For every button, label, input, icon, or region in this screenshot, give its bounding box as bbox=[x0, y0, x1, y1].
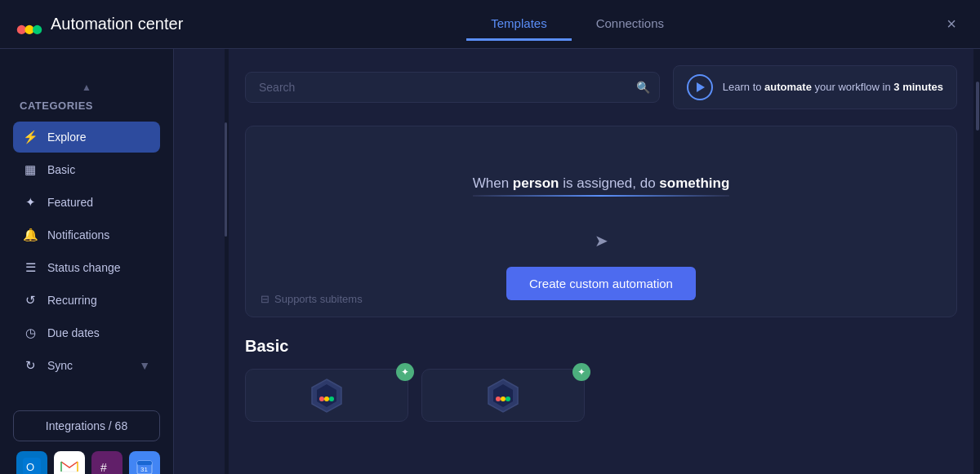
video-text-bold2: 3 minutes bbox=[893, 81, 943, 93]
subitems-label: Supports subitems bbox=[274, 293, 363, 305]
sidebar-item-status-change[interactable]: ☰ Status change bbox=[13, 252, 160, 283]
header: Automation center Templates Connections … bbox=[0, 0, 980, 49]
status-change-icon: ☰ bbox=[23, 260, 38, 275]
card2-badge: ✦ bbox=[572, 363, 590, 381]
recurring-icon: ↺ bbox=[23, 293, 38, 308]
basic-icon: ▦ bbox=[23, 162, 38, 177]
desc-bold2: something bbox=[659, 175, 729, 191]
supports-subitems: ⊟ Supports subitems bbox=[261, 293, 363, 305]
sidebar-item-basic[interactable]: ▦ Basic bbox=[13, 154, 160, 185]
content-top-bar: 🔍 Learn to automate your workflow in 3 m… bbox=[245, 65, 957, 109]
close-button[interactable]: × bbox=[939, 12, 964, 37]
card1-hex-icon bbox=[310, 378, 343, 414]
sidebar-outer: ▲ Categories ⚡ Explore ▦ Basic ✦ Feature… bbox=[0, 49, 229, 474]
svg-point-18 bbox=[506, 396, 510, 401]
sidebar-item-label-sync: Sync bbox=[47, 359, 73, 372]
gmail-integration-icon[interactable] bbox=[54, 451, 85, 474]
main-content: ▲ Categories ⚡ Explore ▦ Basic ✦ Feature… bbox=[0, 49, 980, 474]
sidebar-item-notifications[interactable]: 🔔 Notifications bbox=[13, 219, 160, 250]
sidebar-item-label-status-change: Status change bbox=[47, 261, 121, 274]
tab-templates[interactable]: Templates bbox=[466, 8, 571, 41]
app-container: Automation center Templates Connections … bbox=[0, 0, 980, 474]
logo-area: Automation center bbox=[16, 11, 183, 38]
sidebar-item-due-dates[interactable]: ◷ Due dates bbox=[13, 317, 160, 348]
sidebar-item-label-due-dates: Due dates bbox=[47, 326, 100, 339]
content-area: 🔍 Learn to automate your workflow in 3 m… bbox=[229, 49, 973, 474]
underline-decoration bbox=[473, 195, 730, 197]
svg-rect-7 bbox=[137, 461, 152, 465]
automation-description: When person is assigned, do something bbox=[473, 175, 730, 206]
sidebar-bottom: Integrations / 68 O bbox=[13, 410, 160, 474]
play-triangle-icon bbox=[697, 82, 705, 92]
right-scrollbar-thumb bbox=[976, 82, 979, 131]
sidebar-item-recurring[interactable]: ↺ Recurring bbox=[13, 285, 160, 316]
sidebar-item-label-featured: Featured bbox=[47, 196, 93, 209]
video-text-prefix: Learn to bbox=[723, 81, 764, 93]
tab-connections[interactable]: Connections bbox=[572, 8, 688, 41]
svg-point-16 bbox=[496, 396, 501, 401]
template-card-2[interactable]: ✦ bbox=[421, 369, 585, 422]
custom-automation-card: When person is assigned, do something ➤ … bbox=[245, 126, 957, 317]
basic-section-header: Basic bbox=[245, 337, 957, 356]
integration-icons: O bbox=[13, 451, 160, 474]
sidebar-title: Categories bbox=[13, 100, 160, 112]
arrow-indicator-icon: ➤ bbox=[595, 231, 608, 250]
notifications-icon: 🔔 bbox=[23, 228, 38, 242]
svg-point-12 bbox=[324, 396, 329, 401]
create-automation-button[interactable]: Create custom automation bbox=[506, 267, 696, 300]
sidebar-item-featured[interactable]: ✦ Featured bbox=[13, 187, 160, 218]
header-title-regular: center bbox=[133, 15, 183, 33]
sidebar: ▲ Categories ⚡ Explore ▦ Basic ✦ Feature… bbox=[0, 49, 174, 474]
sidebar-item-label-basic: Basic bbox=[47, 163, 75, 176]
due-dates-icon: ◷ bbox=[23, 326, 38, 340]
right-scrollbar-track bbox=[973, 49, 980, 474]
desc-prefix: When bbox=[473, 175, 513, 191]
search-box: 🔍 bbox=[245, 72, 660, 103]
sidebar-item-label-notifications: Notifications bbox=[47, 228, 109, 241]
header-title: Automation center bbox=[51, 15, 183, 33]
search-icon: 🔍 bbox=[636, 81, 650, 94]
sidebar-item-sync[interactable]: ↻ Sync ▼ bbox=[13, 350, 160, 381]
sidebar-items: ⚡ Explore ▦ Basic ✦ Featured 🔔 Notificat… bbox=[13, 122, 160, 381]
sync-icon: ↻ bbox=[23, 358, 38, 373]
card1-badge: ✦ bbox=[396, 363, 414, 381]
header-nav: Templates Connections bbox=[216, 8, 939, 41]
integrations-button[interactable]: Integrations / 68 bbox=[13, 410, 160, 441]
search-input[interactable] bbox=[245, 72, 660, 103]
svg-point-17 bbox=[501, 396, 506, 401]
video-text: Learn to automate your workflow in 3 min… bbox=[723, 80, 943, 95]
calendar-integration-icon[interactable]: 31 bbox=[129, 451, 160, 474]
subitems-icon: ⊟ bbox=[261, 293, 270, 305]
video-banner[interactable]: Learn to automate your workflow in 3 min… bbox=[673, 65, 957, 109]
sidebar-scrollbar-thumb bbox=[225, 122, 227, 237]
outlook-integration-icon[interactable]: O bbox=[16, 451, 47, 474]
video-text-bold1: automate bbox=[764, 81, 812, 93]
sidebar-item-label-recurring: Recurring bbox=[47, 294, 97, 307]
template-card-1[interactable]: ✦ bbox=[245, 369, 408, 422]
svg-point-11 bbox=[319, 396, 324, 401]
explore-icon: ⚡ bbox=[23, 130, 38, 144]
scroll-up-arrow: ▲ bbox=[82, 82, 91, 93]
logo-icon bbox=[16, 11, 42, 38]
play-button-circle bbox=[687, 74, 713, 100]
sidebar-item-label-explore: Explore bbox=[47, 131, 86, 144]
featured-icon: ✦ bbox=[23, 195, 38, 210]
template-cards: ✦ ✦ bbox=[245, 369, 957, 422]
svg-point-2 bbox=[33, 24, 42, 33]
slack-integration-icon[interactable]: # bbox=[91, 451, 122, 474]
sidebar-item-explore[interactable]: ⚡ Explore bbox=[13, 122, 160, 153]
desc-bold1: person bbox=[513, 175, 559, 191]
header-title-bold: Automation bbox=[51, 15, 133, 33]
svg-text:O: O bbox=[26, 461, 34, 473]
svg-point-13 bbox=[329, 396, 334, 401]
svg-point-1 bbox=[24, 24, 33, 33]
card2-hex-icon bbox=[487, 378, 519, 414]
svg-text:#: # bbox=[100, 461, 107, 474]
svg-text:31: 31 bbox=[140, 466, 148, 473]
sync-chevron-icon: ▼ bbox=[139, 359, 150, 372]
svg-point-0 bbox=[17, 24, 26, 33]
video-text-middle: your workflow in bbox=[812, 81, 893, 93]
scroll-up-area: ▲ bbox=[13, 82, 160, 93]
desc-middle: is assigned, do bbox=[559, 175, 660, 191]
